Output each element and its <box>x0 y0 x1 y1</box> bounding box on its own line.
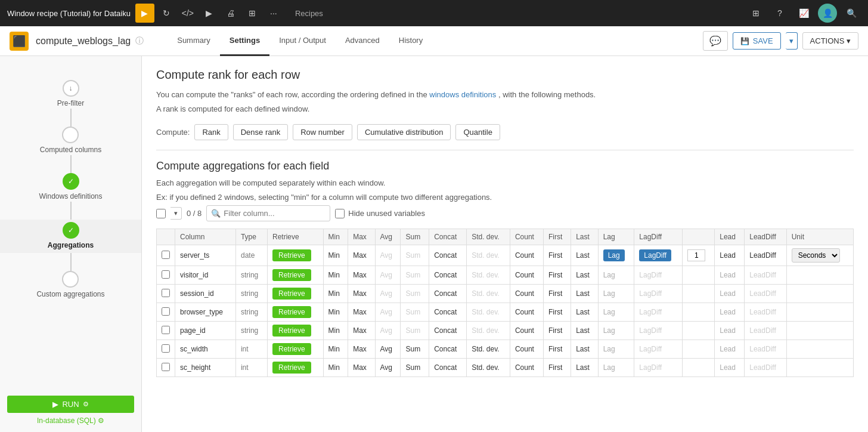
agg-std. dev.[interactable]: Std. dev. <box>472 251 499 260</box>
agg-std. dev.[interactable]: Std. dev. <box>472 363 499 372</box>
agg-sum[interactable]: Sum <box>405 271 420 279</box>
tab-advanced[interactable]: Advanced <box>336 26 389 56</box>
agg-sum[interactable]: Sum <box>405 251 420 260</box>
agg-min[interactable]: Min <box>328 363 340 372</box>
agg-std. dev.[interactable]: Std. dev. <box>472 271 499 279</box>
lagdiff-label[interactable]: LagDiff <box>639 326 662 335</box>
lead-label[interactable]: Lead <box>720 289 736 298</box>
save-button[interactable]: 💾 SAVE <box>733 32 781 50</box>
leaddiff-label[interactable]: LeadDiff <box>749 326 776 335</box>
retrieve-button[interactable]: Retrieve <box>272 343 311 355</box>
agg-std. dev.[interactable]: Std. dev. <box>472 308 499 316</box>
lagdiff-label[interactable]: LagDiff <box>639 289 662 298</box>
agg-max[interactable]: Max <box>353 326 367 335</box>
agg-count[interactable]: Count <box>515 289 534 298</box>
nav-icon-more[interactable]: ··· <box>264 4 283 23</box>
lead-label[interactable]: Lead <box>720 271 736 279</box>
row-checkbox[interactable] <box>162 344 170 353</box>
tab-summary[interactable]: Summary <box>168 26 220 56</box>
lead-label[interactable]: Lead <box>720 251 736 260</box>
lead-label[interactable]: Lead <box>720 345 736 353</box>
actions-button[interactable]: ACTIONS ▾ <box>802 32 858 50</box>
agg-max[interactable]: Max <box>353 308 367 316</box>
compute-btn-quantile[interactable]: Quantile <box>455 124 500 140</box>
retrieve-button[interactable]: Retrieve <box>272 269 311 281</box>
retrieve-button[interactable]: Retrieve <box>272 325 311 337</box>
agg-first[interactable]: First <box>548 326 562 335</box>
agg-last[interactable]: Last <box>576 289 590 298</box>
row-checkbox[interactable] <box>162 251 170 259</box>
agg-max[interactable]: Max <box>353 271 367 279</box>
chart-icon[interactable]: 📈 <box>794 4 813 23</box>
nav-icon-code[interactable]: </> <box>178 4 197 23</box>
agg-sum[interactable]: Sum <box>405 363 420 372</box>
agg-last[interactable]: Last <box>576 345 590 353</box>
agg-sum[interactable]: Sum <box>405 326 420 335</box>
lag-num-input[interactable] <box>687 249 705 261</box>
agg-sum[interactable]: Sum <box>405 345 420 353</box>
leaddiff-label[interactable]: LeadDiff <box>749 308 776 316</box>
agg-min[interactable]: Min <box>328 326 340 335</box>
agg-concat[interactable]: Concat <box>434 251 457 260</box>
agg-last[interactable]: Last <box>576 308 590 316</box>
agg-concat[interactable]: Concat <box>434 271 457 279</box>
agg-avg[interactable]: Avg <box>380 308 392 316</box>
agg-last[interactable]: Last <box>576 326 590 335</box>
row-checkbox[interactable] <box>162 289 170 297</box>
search-icon[interactable]: 🔍 <box>842 4 861 23</box>
lagdiff-label[interactable]: LagDiff <box>639 271 662 279</box>
compute-btn-dense-rank[interactable]: Dense rank <box>233 124 288 140</box>
agg-count[interactable]: Count <box>515 345 534 353</box>
sidebar-step-windows[interactable]: ✓ Windows definitions <box>39 173 102 202</box>
leaddiff-label[interactable]: LeadDiff <box>749 345 776 353</box>
agg-avg[interactable]: Avg <box>380 251 392 260</box>
agg-first[interactable]: First <box>548 345 562 353</box>
sidebar-step-aggregations[interactable]: ✓ Aggregations <box>0 220 141 253</box>
unit-select[interactable]: SecondsMinutesHours <box>792 248 840 263</box>
leaddiff-label[interactable]: LeadDiff <box>749 289 776 298</box>
row-checkbox[interactable] <box>162 326 170 334</box>
sidebar-step-prefilter[interactable]: ↓ Pre-filter <box>57 80 84 109</box>
agg-avg[interactable]: Avg <box>380 326 392 335</box>
nav-icon-play[interactable]: ▶ <box>200 4 219 23</box>
retrieve-button[interactable]: Retrieve <box>272 249 311 261</box>
agg-concat[interactable]: Concat <box>434 363 457 372</box>
lag-label[interactable]: Lag <box>603 271 615 279</box>
row-checkbox[interactable] <box>162 363 170 371</box>
agg-std. dev.[interactable]: Std. dev. <box>472 345 499 353</box>
lag-label[interactable]: Lag <box>603 345 615 353</box>
user-icon[interactable]: 👤 <box>818 4 837 23</box>
agg-last[interactable]: Last <box>576 271 590 279</box>
lagdiff-label[interactable]: LagDiff <box>639 308 662 316</box>
agg-count[interactable]: Count <box>515 308 534 316</box>
row-checkbox[interactable] <box>162 307 170 316</box>
agg-avg[interactable]: Avg <box>380 271 392 279</box>
recipe-help-icon[interactable]: ⓘ <box>135 36 144 47</box>
agg-min[interactable]: Min <box>328 289 340 298</box>
agg-min[interactable]: Min <box>328 308 340 316</box>
tab-input-output[interactable]: Input / Output <box>269 26 336 56</box>
retrieve-button[interactable]: Retrieve <box>272 288 311 300</box>
agg-first[interactable]: First <box>548 271 562 279</box>
agg-std. dev.[interactable]: Std. dev. <box>472 326 499 335</box>
compute-btn-row-number[interactable]: Row number <box>293 124 352 140</box>
grid-icon[interactable]: ⊞ <box>746 4 765 23</box>
nav-icon-run[interactable]: ▶ <box>135 4 154 23</box>
save-dropdown-button[interactable]: ▾ <box>786 32 798 50</box>
lag-label[interactable]: Lag <box>603 308 615 316</box>
leaddiff-label[interactable]: LeadDiff <box>749 363 776 372</box>
compute-btn-cumulative[interactable]: Cumulative distribution <box>357 124 451 140</box>
lead-label[interactable]: Lead <box>720 363 736 372</box>
compute-btn-rank[interactable]: Rank <box>194 124 228 140</box>
lag-label[interactable]: Lag <box>603 363 615 372</box>
comment-button[interactable]: 💬 <box>703 31 728 51</box>
agg-count[interactable]: Count <box>515 363 534 372</box>
agg-last[interactable]: Last <box>576 251 590 260</box>
retrieve-button[interactable]: Retrieve <box>272 306 311 318</box>
agg-max[interactable]: Max <box>353 251 367 260</box>
run-button[interactable]: ▶ RUN ⚙ <box>7 396 134 413</box>
lag-label[interactable]: Lag <box>603 289 615 298</box>
agg-concat[interactable]: Concat <box>434 345 457 353</box>
agg-concat[interactable]: Concat <box>434 326 457 335</box>
agg-avg[interactable]: Avg <box>380 289 392 298</box>
